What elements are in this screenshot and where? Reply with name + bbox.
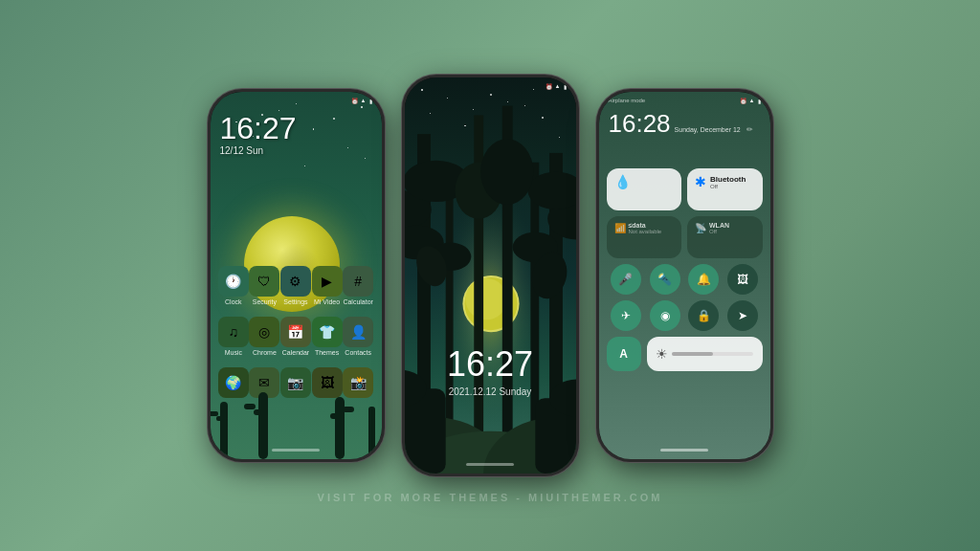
svg-rect-7 bbox=[330, 413, 345, 419]
bluetooth-status: Off bbox=[710, 184, 746, 189]
data-status: Not available bbox=[629, 229, 662, 234]
app-settings[interactable]: ⚙ Settings bbox=[280, 266, 311, 305]
phone3-background: Airplane mode ⏰ ▲ ▮ 16:28 Sunday, Decemb… bbox=[599, 92, 770, 459]
alarm-icon-p1: ⏰ bbox=[351, 98, 358, 104]
data-title: ≤data bbox=[629, 222, 662, 229]
wlan-title: WLAN bbox=[709, 222, 729, 229]
phone-3: Airplane mode ⏰ ▲ ▮ 16:28 Sunday, Decemb… bbox=[596, 89, 773, 462]
bluetooth-icon: ✱ bbox=[695, 174, 706, 189]
phone-1: ⏰ ▲ ▮ 16:27 12/12 Sun 🕐 Clock bbox=[208, 89, 385, 462]
forest-svg bbox=[405, 77, 576, 474]
svg-rect-9 bbox=[368, 407, 375, 459]
svg-rect-4 bbox=[254, 409, 268, 415]
circle-btn[interactable]: ◉ bbox=[650, 300, 680, 331]
app-clock[interactable]: 🕐 Clock bbox=[218, 266, 249, 305]
app-calendar[interactable]: 📅 Calendar bbox=[280, 317, 311, 356]
lock-btn[interactable]: 🔒 bbox=[688, 300, 719, 331]
bluetooth-title: Bluetooth bbox=[710, 175, 746, 184]
app-security[interactable]: 🛡 Security bbox=[249, 266, 279, 305]
cc-date-display: Sunday, December 12 bbox=[675, 126, 741, 133]
cc-bottom-row: A ☀ bbox=[607, 337, 763, 371]
bluetooth-tile[interactable]: ✱ Bluetooth Off bbox=[687, 168, 763, 210]
tile-row-2: 📶 ≤data Not available 📡 WLAN bbox=[607, 216, 763, 258]
water-tile[interactable]: 💧 bbox=[607, 168, 682, 210]
mic-btn[interactable]: 🎤 bbox=[611, 264, 641, 295]
battery-icon-p3: ▮ bbox=[758, 98, 761, 104]
svg-rect-0 bbox=[220, 402, 228, 459]
alarm-icon-p2: ⏰ bbox=[546, 83, 552, 90]
battery-icon-p2: ▮ bbox=[564, 83, 567, 90]
app-chrome-label: Chrome bbox=[253, 349, 277, 356]
svg-point-26 bbox=[480, 139, 533, 205]
cactus-overlay bbox=[211, 383, 382, 459]
cc-header: 16:28 Sunday, December 12 ✏ bbox=[599, 109, 770, 139]
battery-icon-p1: ▮ bbox=[369, 98, 372, 104]
flashlight-btn[interactable]: 🔦 bbox=[650, 264, 680, 295]
wlan-tile[interactable]: 📡 WLAN Off bbox=[687, 216, 763, 258]
data-tile[interactable]: 📶 ≤data Not available bbox=[607, 216, 682, 258]
home-indicator-p1 bbox=[272, 449, 320, 452]
water-icon: 💧 bbox=[614, 174, 675, 189]
app-row-1: 🕐 Clock 🛡 Security ⚙ Settings ▶ Mi Video bbox=[218, 266, 374, 305]
phone2-background: ⏰ ▲ ▮ bbox=[405, 77, 576, 474]
clock-phone1: 16:27 12/12 Sun bbox=[220, 113, 297, 156]
portrait-btn[interactable]: 🖼 bbox=[727, 264, 758, 295]
font-tile[interactable]: A bbox=[607, 337, 641, 371]
bell-btn[interactable]: 🔔 bbox=[688, 264, 719, 295]
cc-clock: 16:28 Sunday, December 12 ✏ bbox=[609, 109, 761, 139]
cc-tiles: 💧 ✱ Bluetooth Off bbox=[607, 168, 763, 371]
data-icon: 📶 bbox=[614, 223, 626, 233]
app-security-label: Security bbox=[253, 298, 277, 305]
phone-2: ⏰ ▲ ▮ bbox=[402, 75, 579, 476]
svg-point-13 bbox=[465, 278, 506, 320]
svg-rect-8 bbox=[343, 407, 354, 412]
wifi-icon: 📡 bbox=[695, 223, 706, 233]
brightness-fill bbox=[672, 352, 712, 356]
clock-phone2: 16:27 2021.12.12 Sunday bbox=[405, 344, 576, 397]
app-themes-label: Themes bbox=[315, 349, 339, 356]
cc-time-display: 16:28 bbox=[609, 109, 671, 139]
home-indicator-p3 bbox=[660, 449, 708, 452]
edit-icon[interactable]: ✏ bbox=[746, 125, 753, 134]
alarm-icon-p3: ⏰ bbox=[740, 98, 746, 104]
home-indicator-p2 bbox=[466, 463, 514, 466]
svg-rect-2 bbox=[211, 411, 218, 416]
brightness-icon: ☀ bbox=[656, 346, 668, 362]
signal-icon-p2: ▲ bbox=[555, 83, 561, 89]
svg-rect-6 bbox=[335, 397, 345, 459]
signal-icon-p3: ▲ bbox=[749, 98, 755, 103]
tile-row-1: 💧 ✱ Bluetooth Off bbox=[607, 168, 763, 210]
app-calendar-label: Calendar bbox=[282, 349, 309, 356]
airplane-btn[interactable]: ✈ bbox=[611, 300, 641, 331]
app-themes[interactable]: 👕 Themes bbox=[312, 317, 343, 356]
phone1-background: ⏰ ▲ ▮ 16:27 12/12 Sun 🕐 Clock bbox=[211, 92, 382, 459]
icon-row-1: 🎤 🔦 🔔 🖼 bbox=[607, 264, 763, 295]
app-chrome[interactable]: ◎ Chrome bbox=[249, 317, 279, 356]
time-display-p2: 16:27 bbox=[405, 344, 576, 385]
font-icon: A bbox=[619, 347, 628, 361]
phones-container: ⏰ ▲ ▮ 16:27 12/12 Sun 🕐 Clock bbox=[208, 0, 773, 551]
app-calculator-label: Calculator bbox=[343, 298, 373, 305]
app-music-label: Music bbox=[225, 349, 242, 356]
time-display-p1: 16:27 bbox=[220, 113, 297, 143]
status-bar-phone3: Airplane mode ⏰ ▲ ▮ bbox=[599, 92, 770, 109]
app-contacts[interactable]: 👤 Contacts bbox=[343, 317, 373, 356]
status-bar-phone2: ⏰ ▲ ▮ bbox=[405, 77, 576, 95]
watermark-text: VISIT FOR MORE THEMES - MIUITHEMER.COM bbox=[318, 492, 663, 503]
brightness-tile[interactable]: ☀ bbox=[647, 337, 763, 371]
svg-rect-1 bbox=[216, 416, 228, 421]
location-btn[interactable]: ➤ bbox=[727, 300, 758, 331]
app-calculator[interactable]: # Calculator bbox=[343, 266, 373, 305]
app-settings-label: Settings bbox=[283, 298, 307, 305]
wlan-status: Off bbox=[709, 229, 729, 234]
app-row-2: ♫ Music ◎ Chrome 📅 Calendar 👕 Themes bbox=[218, 317, 374, 356]
app-contacts-label: Contacts bbox=[345, 349, 371, 356]
signal-icon-p1: ▲ bbox=[361, 98, 367, 103]
airplane-status-text: Airplane mode bbox=[609, 98, 646, 103]
icon-row-2: ✈ ◉ 🔒 ➤ bbox=[607, 300, 763, 331]
svg-rect-3 bbox=[258, 392, 268, 459]
app-music[interactable]: ♫ Music bbox=[218, 317, 249, 356]
date-display-p1: 12/12 Sun bbox=[220, 145, 297, 156]
app-mivideo[interactable]: ▶ Mi Video bbox=[312, 266, 343, 305]
brightness-bar bbox=[672, 352, 753, 356]
